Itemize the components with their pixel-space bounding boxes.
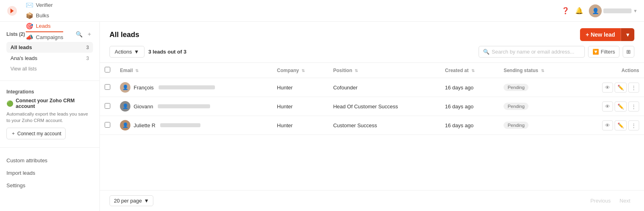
help-icon[interactable]: ❓ xyxy=(561,7,570,14)
view-all-lists-link[interactable]: View all lists xyxy=(6,64,93,74)
leads-table: Email ⇅ Company ⇅ Position ⇅ Created at … xyxy=(100,63,644,135)
lead-name: Juliette R xyxy=(134,122,155,128)
nav-item-verifier[interactable]: ✉️Verifier xyxy=(26,0,63,10)
row-created-cell: 16 days ago xyxy=(440,78,499,97)
integrations-section: Integrations 🟢 Connect your Zoho CRM acc… xyxy=(0,84,99,144)
row-status-cell: Pending xyxy=(499,78,574,97)
settings-link[interactable]: Settings xyxy=(0,179,99,192)
search-icon: 🔍 xyxy=(483,49,489,55)
app-logo[interactable] xyxy=(6,5,18,17)
more-actions-button[interactable]: ⋮ xyxy=(628,120,639,130)
search-lists-icon[interactable]: 🔍 xyxy=(75,30,83,39)
row-position-cell: Cofounder xyxy=(328,78,440,97)
view-lead-button[interactable]: 👁 xyxy=(602,120,613,130)
more-actions-button[interactable]: ⋮ xyxy=(628,101,639,112)
table-row: 👤 Juliette R Hunter Customer Success 16 … xyxy=(100,116,644,135)
list-item-label: All leads xyxy=(10,44,32,50)
status-badge: Pending xyxy=(504,122,528,129)
plus-icon: ＋ xyxy=(11,130,16,137)
company-sort-icon: ⇅ xyxy=(301,68,305,73)
col-sending-status[interactable]: Sending status ⇅ xyxy=(499,63,574,78)
created-sort-icon: ⇅ xyxy=(471,68,475,73)
col-position[interactable]: Position ⇅ xyxy=(328,63,440,78)
user-dropdown[interactable]: 👤 ▼ xyxy=(589,4,638,17)
integration-desc: Automatically export the leads you save … xyxy=(6,111,93,124)
next-button[interactable]: Next xyxy=(615,196,634,206)
view-lead-button[interactable]: 👁 xyxy=(602,83,613,93)
lead-email-placeholder xyxy=(159,85,215,89)
row-actions-cell: 👁 ✏️ ⋮ xyxy=(574,116,644,135)
nav-item-label-bulks: Bulks xyxy=(36,12,49,19)
actions-button[interactable]: Actions ▼ xyxy=(109,46,144,58)
row-checkbox-cell xyxy=(100,78,115,97)
lists-section-title: Lists (2) xyxy=(6,31,25,37)
add-list-icon[interactable]: ＋ xyxy=(86,30,93,39)
col-company[interactable]: Company ⇅ xyxy=(272,63,328,78)
per-page-select[interactable]: 20 per page ▼ xyxy=(109,195,153,206)
user-name-placeholder xyxy=(603,8,632,13)
status-sort-icon: ⇅ xyxy=(541,68,544,73)
search-input[interactable] xyxy=(492,49,580,55)
search-box: 🔍 xyxy=(479,46,585,58)
integrations-title: Integrations xyxy=(6,89,93,95)
toolbar-right: 🔍 🔽 Filters ⊞ xyxy=(479,46,634,58)
col-actions: Actions xyxy=(574,63,644,78)
email-sort-icon: ⇅ xyxy=(135,68,138,73)
status-badge: Pending xyxy=(504,103,528,110)
filters-button[interactable]: 🔽 Filters xyxy=(588,46,619,58)
list-item-count: 3 xyxy=(86,45,89,50)
edit-lead-button[interactable]: ✏️ xyxy=(615,83,627,93)
integration-name: Connect your Zoho CRM account xyxy=(16,98,93,109)
columns-button[interactable]: ⊞ xyxy=(623,46,634,58)
row-company-cell: Hunter xyxy=(272,97,328,116)
lead-avatar: 👤 xyxy=(120,120,130,130)
view-lead-button[interactable]: 👁 xyxy=(602,101,613,112)
notifications-icon[interactable]: 🔔 xyxy=(575,7,583,14)
previous-button[interactable]: Previous xyxy=(586,196,615,206)
leads-count: 3 leads out of 3 xyxy=(149,49,187,55)
row-checkbox[interactable] xyxy=(105,103,110,109)
lead-name: Giovann xyxy=(134,103,153,110)
select-all-checkbox[interactable] xyxy=(105,67,110,72)
toolbar: Actions ▼ 3 leads out of 3 🔍 🔽 Filters ⊞ xyxy=(100,41,644,63)
new-lead-split-button: + New lead ▼ xyxy=(580,28,634,41)
row-status-cell: Pending xyxy=(499,97,574,116)
bulks-nav-icon: 📦 xyxy=(26,12,33,19)
sidebar-list-item[interactable]: Ana's leads3 xyxy=(6,53,93,64)
table-header: Email ⇅ Company ⇅ Position ⇅ Created at … xyxy=(100,63,644,78)
custom-attributes-link[interactable]: Custom attributes xyxy=(0,154,99,167)
row-checkbox[interactable] xyxy=(105,122,110,128)
table-row: 👤 Giovann Hunter Head Of Customer Succes… xyxy=(100,97,644,116)
position-sort-icon: ⇅ xyxy=(355,68,358,73)
col-email[interactable]: Email ⇅ xyxy=(115,63,272,78)
import-leads-link[interactable]: Import leads xyxy=(0,167,99,179)
nav-item-label-verifier: Verifier xyxy=(36,2,53,8)
lead-email-placeholder xyxy=(160,123,200,127)
connect-my-account-button[interactable]: ＋ Connect my account xyxy=(6,128,66,139)
edit-lead-button[interactable]: ✏️ xyxy=(615,120,627,130)
new-lead-button[interactable]: + New lead xyxy=(580,28,621,41)
row-email-cell: 👤 François xyxy=(115,78,272,97)
lead-avatar: 👤 xyxy=(120,101,130,112)
leads-table-wrapper: Email ⇅ Company ⇅ Position ⇅ Created at … xyxy=(100,63,644,190)
page-header: All leads + New lead ▼ xyxy=(100,22,644,41)
per-page-chevron-icon: ▼ xyxy=(144,198,149,204)
row-status-cell: Pending xyxy=(499,116,574,135)
lead-email-placeholder xyxy=(158,104,210,108)
sidebar: Lists (2) 🔍 ＋ All leads3Ana's leads3 Vie… xyxy=(0,22,100,211)
lead-avatar: 👤 xyxy=(120,82,130,93)
leads-count-text: 3 leads out of 3 xyxy=(149,49,187,55)
row-email-cell: 👤 Juliette R xyxy=(115,116,272,135)
sidebar-list-item[interactable]: All leads3 xyxy=(6,42,93,53)
nav-item-bulks[interactable]: 📦Bulks xyxy=(26,10,63,21)
row-checkbox[interactable] xyxy=(105,84,110,90)
sidebar-list-items: All leads3Ana's leads3 xyxy=(6,42,93,64)
more-actions-button[interactable]: ⋮ xyxy=(628,83,639,93)
col-created-at[interactable]: Created at ⇅ xyxy=(440,63,499,78)
row-created-cell: 16 days ago xyxy=(440,116,499,135)
edit-lead-button[interactable]: ✏️ xyxy=(615,101,627,112)
row-position-cell: Head Of Customer Success xyxy=(328,97,440,116)
pagination-bar: 20 per page ▼ Previous Next xyxy=(100,190,644,211)
new-lead-dropdown-arrow[interactable]: ▼ xyxy=(621,28,634,41)
filters-label: Filters xyxy=(601,49,615,55)
